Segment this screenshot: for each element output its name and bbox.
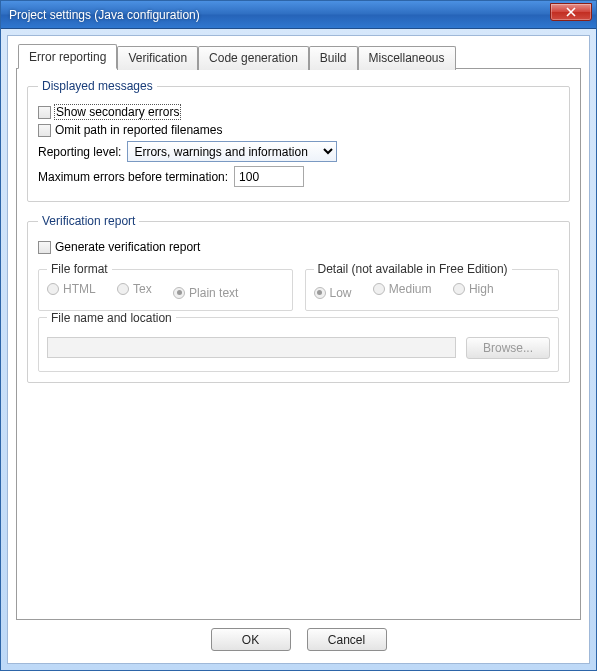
- ok-button[interactable]: OK: [211, 628, 291, 651]
- radio-html: [47, 283, 59, 295]
- radio-wrap-plain: Plain text: [173, 286, 238, 300]
- label-tex: Tex: [133, 282, 152, 296]
- row-show-secondary: Show secondary errors: [38, 105, 559, 119]
- radio-plain: [173, 287, 185, 299]
- select-reporting-level[interactable]: Errors, warnings and information: [127, 141, 337, 162]
- label-low: Low: [330, 286, 352, 300]
- radio-wrap-high: High: [453, 282, 494, 296]
- tab-build[interactable]: Build: [309, 46, 358, 70]
- group-file-format: File format HTML Tex Plain text: [38, 262, 293, 311]
- legend-file-format: File format: [47, 262, 112, 276]
- browse-button: Browse...: [466, 337, 550, 359]
- label-plain: Plain text: [189, 286, 238, 300]
- group-verification-report: Verification report Generate verificatio…: [27, 214, 570, 383]
- radio-medium: [373, 283, 385, 295]
- tab-strip: Error reporting Verification Code genera…: [16, 45, 581, 69]
- radio-low: [314, 287, 326, 299]
- row-path: Browse...: [47, 331, 550, 361]
- window-title: Project settings (Java configuration): [9, 8, 200, 22]
- checkbox-generate-report[interactable]: [38, 241, 51, 254]
- checkbox-show-secondary[interactable]: [38, 106, 51, 119]
- tab-miscellaneous[interactable]: Miscellaneous: [358, 46, 456, 70]
- radio-wrap-low: Low: [314, 286, 352, 300]
- inner-row-format-detail: File format HTML Tex Plain text: [38, 262, 559, 311]
- row-max-errors: Maximum errors before termination:: [38, 166, 559, 187]
- dialog-window: Project settings (Java configuration) Er…: [0, 0, 597, 671]
- label-omit-path[interactable]: Omit path in reported filenames: [55, 123, 222, 137]
- close-button[interactable]: [550, 3, 592, 21]
- input-max-errors[interactable]: [234, 166, 304, 187]
- label-high: High: [469, 282, 494, 296]
- legend-file-location: File name and location: [47, 311, 176, 325]
- legend-detail: Detail (not available in Free Edition): [314, 262, 512, 276]
- label-html: HTML: [63, 282, 96, 296]
- tab-panel: Displayed messages Show secondary errors…: [16, 68, 581, 620]
- titlebar[interactable]: Project settings (Java configuration): [1, 1, 596, 29]
- radio-high: [453, 283, 465, 295]
- group-legend: Displayed messages: [38, 79, 157, 93]
- tab-error-reporting[interactable]: Error reporting: [18, 44, 117, 69]
- radio-tex: [117, 283, 129, 295]
- close-icon: [566, 7, 576, 17]
- row-omit-path: Omit path in reported filenames: [38, 123, 559, 137]
- row-reporting-level: Reporting level: Errors, warnings and in…: [38, 141, 559, 162]
- group-displayed-messages: Displayed messages Show secondary errors…: [27, 79, 570, 202]
- client-area: Error reporting Verification Code genera…: [7, 35, 590, 664]
- label-max-errors: Maximum errors before termination:: [38, 170, 228, 184]
- group-legend: Verification report: [38, 214, 139, 228]
- tab-verification[interactable]: Verification: [117, 46, 198, 70]
- group-file-location: File name and location Browse...: [38, 311, 559, 372]
- group-detail: Detail (not available in Free Edition) L…: [305, 262, 560, 311]
- label-generate-report[interactable]: Generate verification report: [55, 240, 200, 254]
- radio-wrap-html: HTML: [47, 282, 96, 296]
- row-generate-report: Generate verification report: [38, 240, 559, 254]
- label-medium: Medium: [389, 282, 432, 296]
- dialog-footer: OK Cancel: [16, 620, 581, 653]
- tab-code-generation[interactable]: Code generation: [198, 46, 309, 70]
- radio-wrap-medium: Medium: [373, 282, 432, 296]
- cancel-button[interactable]: Cancel: [307, 628, 387, 651]
- label-reporting-level: Reporting level:: [38, 145, 121, 159]
- label-show-secondary[interactable]: Show secondary errors: [55, 105, 180, 119]
- radio-wrap-tex: Tex: [117, 282, 152, 296]
- input-path: [47, 337, 456, 358]
- checkbox-omit-path[interactable]: [38, 124, 51, 137]
